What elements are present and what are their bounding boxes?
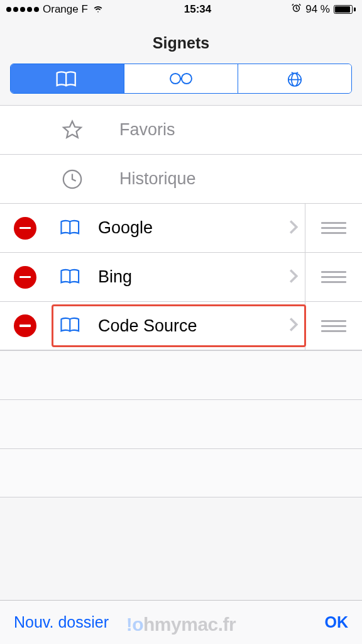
book-icon <box>59 314 83 337</box>
status-bar: Orange F 15:34 94 % <box>0 0 362 19</box>
battery-percent: 94 % <box>305 3 330 16</box>
alarm-icon <box>291 3 302 16</box>
drag-handle[interactable] <box>305 222 362 234</box>
folder-row: Code Source <box>0 301 362 350</box>
drag-handle[interactable] <box>305 271 362 283</box>
folder-row: Google <box>0 203 362 252</box>
tab-shared-links[interactable] <box>238 64 351 93</box>
folder-label: Bing <box>98 267 288 287</box>
battery-icon <box>334 5 356 14</box>
history-label: Historique <box>119 169 196 189</box>
favorites-label: Favoris <box>119 120 175 140</box>
done-button[interactable]: OK <box>325 613 349 631</box>
delete-button[interactable] <box>0 266 50 289</box>
delete-button[interactable] <box>0 314 50 337</box>
nav-header: Signets <box>0 19 362 64</box>
svg-point-2 <box>182 74 192 84</box>
new-folder-button[interactable]: Nouv. dossier <box>14 613 109 631</box>
wifi-icon <box>92 2 104 18</box>
empty-region <box>0 350 362 497</box>
favorites-row[interactable]: Favoris <box>0 105 362 154</box>
folder-item-code-source[interactable]: Code Source <box>50 302 305 350</box>
delete-button[interactable] <box>0 217 50 240</box>
signal-strength-icon <box>6 7 39 12</box>
bottom-toolbar: Nouv. dossier OK <box>0 600 362 644</box>
history-row[interactable]: Historique <box>0 154 362 203</box>
folder-row: Bing <box>0 252 362 301</box>
chevron-right-icon <box>288 317 299 335</box>
book-icon <box>59 217 83 240</box>
folder-label: Google <box>98 218 288 238</box>
drag-handle[interactable] <box>305 320 362 332</box>
bookmarks-list: Favoris Historique Google <box>0 105 362 350</box>
tab-reading-list[interactable] <box>124 64 238 93</box>
chevron-right-icon <box>288 269 299 286</box>
star-icon <box>62 119 83 141</box>
folder-label: Code Source <box>98 316 288 336</box>
carrier-label: Orange F <box>43 3 88 16</box>
svg-point-1 <box>170 74 180 84</box>
page-title: Signets <box>0 34 362 52</box>
book-icon <box>59 266 83 289</box>
tab-bookmarks[interactable] <box>11 64 124 93</box>
folder-item-bing[interactable]: Bing <box>50 253 305 301</box>
clock-icon <box>62 169 83 190</box>
chevron-right-icon <box>288 219 299 237</box>
folder-item-google[interactable]: Google <box>50 204 305 252</box>
clock: 15:34 <box>184 3 211 16</box>
segmented-control <box>10 64 352 94</box>
